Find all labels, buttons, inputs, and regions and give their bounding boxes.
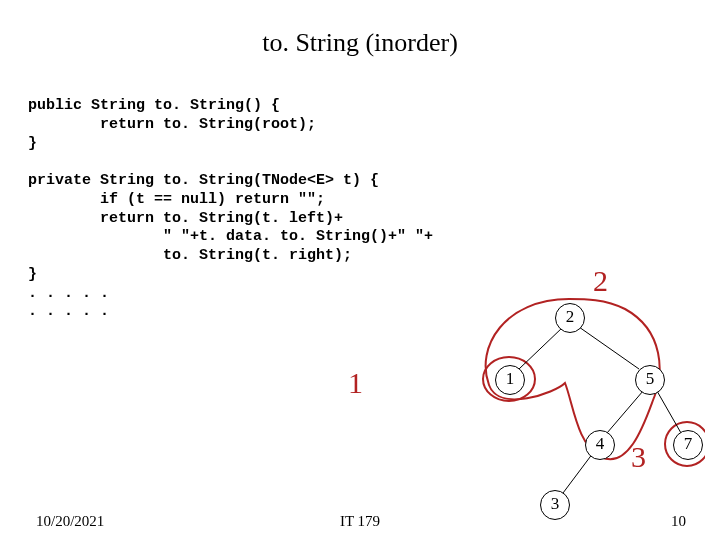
- tree-node-7: 7: [673, 430, 703, 460]
- svg-line-1: [579, 327, 639, 369]
- footer-page: 10: [671, 513, 686, 530]
- group-label-2: 2: [593, 264, 608, 298]
- group-label-1: 1: [348, 366, 363, 400]
- tree-node-2: 2: [555, 303, 585, 333]
- tree-node-1: 1: [495, 365, 525, 395]
- binary-tree-diagram: 2 1 5 4 7 3: [415, 295, 705, 515]
- svg-line-3: [657, 391, 681, 433]
- tree-node-5: 5: [635, 365, 665, 395]
- svg-line-0: [519, 327, 563, 369]
- svg-line-2: [607, 391, 643, 433]
- page-title: to. String (inorder): [0, 28, 720, 58]
- tree-node-4: 4: [585, 430, 615, 460]
- svg-line-4: [563, 453, 593, 493]
- footer-center: IT 179: [0, 513, 720, 530]
- code-block: public String to. String() { return to. …: [28, 97, 433, 322]
